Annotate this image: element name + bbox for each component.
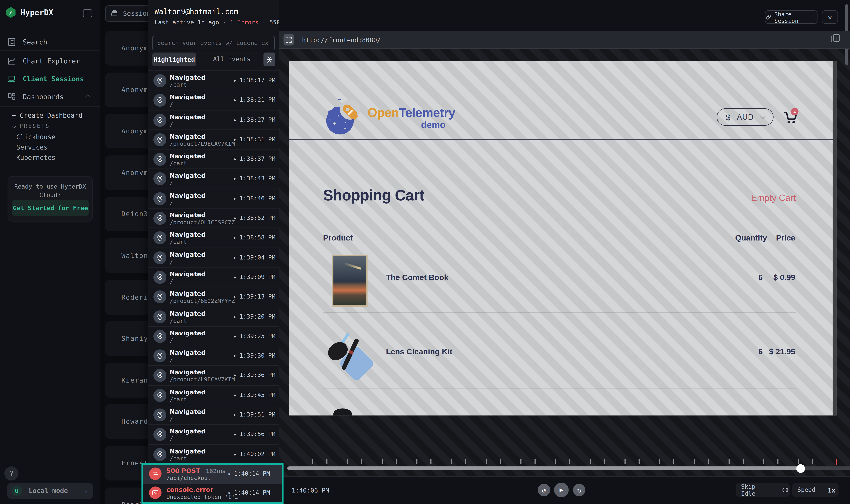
- event-row[interactable]: Navigated/1:39:30 PM: [148, 346, 279, 365]
- timeline-tick: [486, 460, 487, 464]
- replay-url: http://frontend:8080/: [302, 36, 381, 44]
- sidebar-item-client-sessions[interactable]: Client Sessions: [0, 70, 100, 87]
- event-title: Navigated: [170, 408, 206, 416]
- currency-code: AUD: [737, 113, 754, 122]
- event-row[interactable]: Navigated/1:38:21 PM: [148, 90, 279, 110]
- event-time: 1:40:02 PM: [234, 450, 275, 457]
- event-row[interactable]: Navigated/cart1:38:17 PM: [148, 70, 279, 90]
- timeline-tick: [555, 460, 556, 464]
- event-row[interactable]: Navigated/1:39:51 PM: [148, 405, 279, 424]
- copy-icon[interactable]: [831, 36, 836, 42]
- share-session-button[interactable]: Share Session: [765, 10, 818, 24]
- map-pin-icon: [154, 114, 167, 127]
- event-title: Navigated: [170, 290, 206, 298]
- presets-header[interactable]: PRESETS: [12, 123, 50, 129]
- event-row[interactable]: Navigated/product/L9ECAV7KIM1:39:36 PM: [148, 365, 279, 385]
- error-event-row[interactable]: 500 POST · 162ms/api/checkout1:40:14 PM: [143, 465, 282, 483]
- timeline-tick: [382, 460, 382, 464]
- map-pin-icon: [154, 349, 167, 362]
- highlighted-error-group: 500 POST · 162ms/api/checkout1:40:14 PMc…: [141, 463, 283, 504]
- skip-idle-toggle[interactable]: Skip Idle: [735, 483, 790, 497]
- map-pin-icon: [154, 94, 167, 107]
- map-pin-icon: [154, 173, 167, 185]
- currency-selector[interactable]: $ AUD: [716, 108, 774, 126]
- timeline-tick: [777, 460, 778, 464]
- event-path: /product/L9ECAV7KIM: [170, 140, 235, 147]
- event-row[interactable]: Navigated/1:39:25 PM: [148, 326, 279, 346]
- event-row[interactable]: Navigated/cart1:38:58 PM: [148, 228, 279, 248]
- sidebar-item-chart-explorer[interactable]: Chart Explorer: [0, 53, 100, 69]
- timeline-tick: [604, 460, 605, 464]
- sidebar-item-dashboards[interactable]: Dashboards: [0, 88, 100, 105]
- rewind-button[interactable]: ↺: [538, 484, 550, 496]
- event-row[interactable]: Navigated/cart1:40:02 PM: [148, 444, 279, 463]
- map-pin-icon: [154, 271, 167, 284]
- speed-control[interactable]: Speed 1x: [792, 483, 838, 497]
- search-nav-icon: [7, 37, 16, 46]
- event-row[interactable]: Navigated/product/L9ECAV7KIM1:38:31 PM: [148, 129, 279, 149]
- event-search-input[interactable]: [152, 36, 275, 50]
- app-logo[interactable]: ⚡ HyperDX: [5, 7, 53, 18]
- play-button[interactable]: ▶: [554, 483, 569, 498]
- share-session-label: Share Session: [774, 11, 817, 24]
- tab-highlighted[interactable]: Highlighted: [152, 53, 196, 66]
- speed-label: Speed: [797, 486, 815, 493]
- close-button[interactable]: ✕: [822, 10, 838, 24]
- sidebar-collapse-icon[interactable]: [83, 9, 92, 17]
- event-time: 1:39:30 PM: [234, 352, 275, 359]
- playback-progress-bar[interactable]: [287, 466, 850, 470]
- http-error-icon: [149, 468, 161, 480]
- map-pin-icon: [154, 133, 167, 146]
- forward-button[interactable]: ↻: [573, 484, 586, 496]
- error-event-row[interactable]: console.error Unexpected token 'I'…1:40:…: [143, 483, 282, 502]
- preset-services[interactable]: Services: [16, 144, 48, 151]
- console-error-icon: [149, 486, 161, 499]
- sidebar-item-search[interactable]: Search: [0, 34, 100, 50]
- tab-all-events[interactable]: All Events: [213, 55, 250, 63]
- event-row[interactable]: Navigated/1:38:43 PM: [148, 169, 279, 188]
- event-title: Navigated: [170, 132, 206, 140]
- event-row[interactable]: Navigated/1:39:09 PM: [148, 267, 279, 287]
- timeline-tick: [673, 460, 674, 464]
- map-pin-icon: [154, 389, 167, 402]
- site-scrollbar[interactable]: [833, 61, 836, 415]
- empty-cart-button[interactable]: Empty Cart: [687, 193, 796, 203]
- event-row[interactable]: Navigated/product/OLJCESPC7Z1:38:52 PM: [148, 208, 279, 228]
- replay-url-bar: http://frontend:8080/: [279, 31, 850, 49]
- product-link[interactable]: The Comet Book: [386, 273, 448, 282]
- event-path: /: [170, 278, 173, 284]
- event-path: /: [170, 337, 173, 343]
- timeline-ruler[interactable]: [287, 460, 850, 466]
- map-pin-icon: [154, 290, 167, 304]
- timeline-tick: [659, 460, 660, 464]
- preset-clickhouse[interactable]: Clickhouse: [16, 133, 55, 141]
- help-button[interactable]: ?: [4, 466, 18, 481]
- event-row[interactable]: Navigated/1:39:04 PM: [148, 248, 279, 267]
- event-row[interactable]: Navigated/cart1:39:20 PM: [148, 306, 279, 326]
- event-time: 1:38:27 PM: [234, 116, 275, 123]
- preset-kubernetes[interactable]: Kubernetes: [16, 154, 55, 162]
- event-row[interactable]: Navigated/1:38:27 PM: [148, 110, 279, 129]
- get-started-button[interactable]: Get Started for Free: [12, 200, 89, 216]
- event-time: 1:39:36 PM: [234, 372, 275, 379]
- local-mode-menu[interactable]: U Local mode ›: [7, 483, 93, 499]
- collapse-events-button[interactable]: [263, 53, 275, 66]
- event-title: Navigated: [170, 113, 206, 121]
- event-title: Navigated: [170, 172, 206, 180]
- event-time: 1:38:58 PM: [234, 234, 275, 241]
- event-row[interactable]: Navigated/cart1:38:37 PM: [148, 149, 279, 169]
- event-path: /: [170, 357, 173, 363]
- event-path: /: [170, 121, 173, 127]
- cart-button[interactable]: 4: [783, 111, 800, 125]
- timeline-tick: [708, 460, 709, 464]
- create-dashboard-button[interactable]: + Create Dashboard: [12, 111, 82, 119]
- product-link[interactable]: Lens Cleaning Kit: [386, 347, 452, 356]
- event-row[interactable]: Navigated/cart1:39:45 PM: [148, 385, 279, 405]
- event-row[interactable]: Navigated/1:39:56 PM: [148, 424, 279, 444]
- map-pin-icon: [154, 251, 167, 264]
- event-row[interactable]: Navigated/product/6E92ZMYYFZ1:39:13 PM: [148, 287, 279, 306]
- event-title: Navigated: [170, 388, 206, 396]
- map-pin-icon: [154, 369, 167, 382]
- expand-icon[interactable]: [283, 34, 294, 46]
- event-row[interactable]: Navigated/1:38:46 PM: [148, 188, 279, 208]
